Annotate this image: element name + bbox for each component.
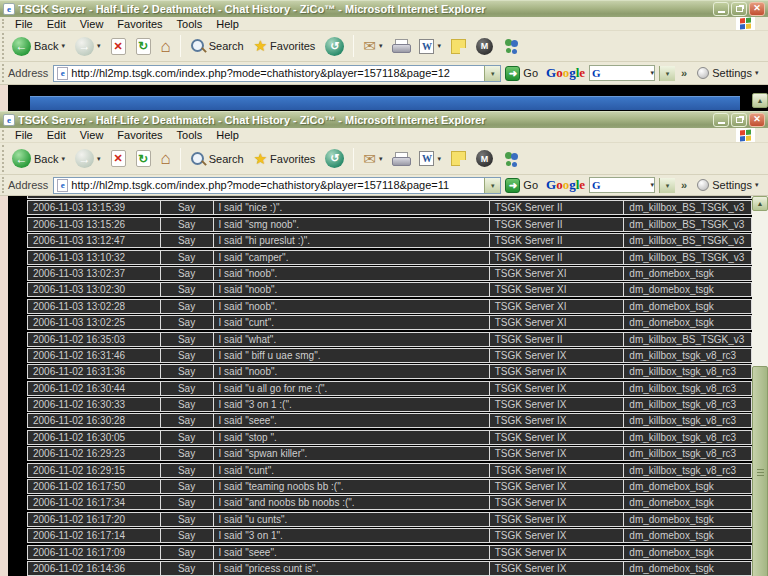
- messenger-button[interactable]: [499, 146, 525, 172]
- menu-view[interactable]: View: [73, 18, 111, 30]
- cell-message: I said "pricess cunt is".: [214, 562, 490, 575]
- refresh-icon: ↻: [136, 150, 151, 167]
- edit-word-button[interactable]: W ▾: [415, 33, 445, 59]
- favorites-star-icon: ★: [254, 37, 267, 55]
- chat-table-row: 2006-11-03 13:15:39 Say I said "nice :)"…: [27, 200, 752, 215]
- menu-tools[interactable]: Tools: [170, 18, 210, 30]
- cell-message: I said "cunt".: [214, 316, 490, 329]
- minimize-button[interactable]: [713, 113, 729, 127]
- back-dropdown-icon[interactable]: ▾: [61, 155, 65, 163]
- google-dropdown-icon[interactable]: ▾: [651, 69, 655, 77]
- forward-button[interactable]: → ▾: [71, 33, 105, 59]
- menu-tools[interactable]: Tools: [170, 129, 210, 141]
- back-button[interactable]: ← Back ▾: [8, 33, 69, 59]
- restore-button[interactable]: [731, 2, 747, 16]
- toolbar-grip[interactable]: [2, 64, 5, 82]
- vertical-scrollbar[interactable]: ▲: [752, 196, 768, 576]
- menu-edit[interactable]: Edit: [40, 18, 73, 30]
- go-button[interactable]: ➜ Go: [505, 178, 538, 193]
- scroll-up-button[interactable]: ▲: [752, 93, 768, 108]
- settings-button[interactable]: Settings ▾: [697, 67, 758, 79]
- mail-dropdown-icon[interactable]: ▾: [379, 42, 383, 50]
- favorites-button[interactable]: ★ Favorites: [250, 146, 320, 172]
- menu-help[interactable]: Help: [209, 129, 246, 141]
- google-combo-dropdown-icon[interactable]: ▾: [659, 178, 675, 193]
- title-bar[interactable]: e TSGK Server - Half-Life 2 Deathmatch -…: [0, 0, 768, 17]
- toolbar-overflow-chevron[interactable]: »: [681, 179, 687, 191]
- menu-favorites[interactable]: Favorites: [110, 18, 169, 30]
- toolbar-grip[interactable]: [2, 130, 5, 140]
- stop-button[interactable]: ✕: [107, 33, 130, 59]
- discuss-button[interactable]: [447, 146, 470, 172]
- menu-view[interactable]: View: [73, 129, 111, 141]
- menu-favorites[interactable]: Favorites: [110, 129, 169, 141]
- menu-edit[interactable]: Edit: [40, 129, 73, 141]
- address-input[interactable]: [71, 179, 484, 191]
- msn-button[interactable]: M: [472, 146, 497, 172]
- discuss-button[interactable]: [447, 33, 470, 59]
- address-field[interactable]: e ▾: [53, 177, 501, 194]
- refresh-button[interactable]: ↻: [132, 146, 155, 172]
- mail-button[interactable]: ✉ ▾: [359, 146, 386, 172]
- favorites-button[interactable]: ★ Favorites: [250, 33, 320, 59]
- home-button[interactable]: ⌂: [157, 146, 175, 172]
- menu-help[interactable]: Help: [209, 18, 246, 30]
- cell-server: TSGK Server IX: [490, 464, 625, 477]
- google-combo-dropdown-icon[interactable]: ▾: [659, 66, 675, 81]
- google-dropdown-icon[interactable]: ▾: [651, 181, 655, 189]
- history-button[interactable]: ↺: [321, 33, 348, 59]
- scrollbar-thumb[interactable]: [752, 366, 768, 576]
- menu-file[interactable]: File: [8, 18, 40, 30]
- msn-button[interactable]: M: [472, 33, 497, 59]
- address-field[interactable]: e ▾: [53, 65, 501, 82]
- forward-icon: →: [75, 37, 94, 56]
- go-button[interactable]: ➜ Go: [505, 66, 538, 81]
- print-button[interactable]: [388, 33, 413, 59]
- google-search-box[interactable]: G ▾: [589, 177, 655, 193]
- address-dropdown-icon[interactable]: ▾: [484, 66, 500, 81]
- address-input[interactable]: [71, 67, 484, 79]
- scroll-up-button[interactable]: ▲: [752, 196, 768, 211]
- toolbar-overflow-chevron[interactable]: »: [681, 67, 687, 79]
- messenger-button[interactable]: [499, 33, 525, 59]
- cell-map: dm_killbox_tsgk_v8_rc3: [624, 349, 751, 362]
- close-button[interactable]: ✕: [749, 113, 765, 127]
- google-toolbar: Google G ▾ ▾ » Settings ▾: [546, 65, 758, 81]
- word-dropdown-icon[interactable]: ▾: [437, 42, 441, 50]
- search-button[interactable]: Search: [186, 146, 248, 172]
- print-button[interactable]: [388, 146, 413, 172]
- cell-message: I said " biff u uae smg".: [214, 349, 490, 362]
- close-button[interactable]: ✕: [749, 2, 765, 16]
- address-dropdown-icon[interactable]: ▾: [484, 178, 500, 193]
- menu-file[interactable]: File: [8, 129, 40, 141]
- back-button[interactable]: ← Back ▾: [8, 146, 69, 172]
- toolbar-grip[interactable]: [2, 145, 5, 172]
- search-button[interactable]: Search: [186, 33, 248, 59]
- minimize-button[interactable]: [713, 2, 729, 16]
- edit-word-button[interactable]: W ▾: [415, 146, 445, 172]
- cell-server: TSGK Server II: [490, 234, 625, 247]
- toolbar-grip[interactable]: [2, 19, 5, 28]
- forward-button[interactable]: → ▾: [71, 146, 105, 172]
- refresh-button[interactable]: ↻: [132, 33, 155, 59]
- mail-dropdown-icon[interactable]: ▾: [379, 155, 383, 163]
- forward-dropdown-icon[interactable]: ▾: [97, 155, 101, 163]
- cell-message: I said "what".: [214, 333, 490, 346]
- google-search-box[interactable]: G ▾: [589, 65, 655, 81]
- history-button[interactable]: ↺: [321, 146, 348, 172]
- title-bar[interactable]: e TSGK Server - Half-Life 2 Deathmatch -…: [0, 111, 768, 128]
- toolbar-grip[interactable]: [2, 33, 5, 59]
- stop-button[interactable]: ✕: [107, 146, 130, 172]
- restore-button[interactable]: [731, 113, 747, 127]
- toolbar-grip[interactable]: [2, 177, 5, 193]
- word-dropdown-icon[interactable]: ▾: [437, 155, 441, 163]
- back-dropdown-icon[interactable]: ▾: [61, 42, 65, 50]
- settings-label: Settings: [712, 67, 752, 79]
- mail-button[interactable]: ✉ ▾: [359, 33, 386, 59]
- cell-timestamp: 2006-11-03 13:02:30: [28, 283, 161, 296]
- cell-message: I said "stop ".: [214, 431, 490, 444]
- home-button[interactable]: ⌂: [157, 33, 175, 59]
- forward-dropdown-icon[interactable]: ▾: [97, 42, 101, 50]
- msn-icon: M: [476, 150, 493, 167]
- settings-button[interactable]: Settings ▾: [697, 179, 758, 191]
